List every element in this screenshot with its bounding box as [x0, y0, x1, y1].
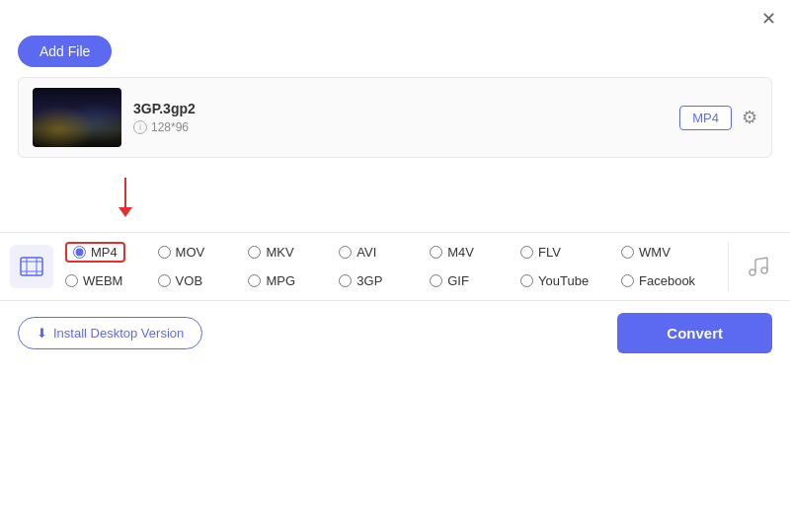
- format-grid: MP4 WEBM MOV VOB MKV MPG AVI: [57, 233, 720, 300]
- install-label: Install Desktop Version: [53, 326, 184, 341]
- label-webm: WEBM: [83, 273, 122, 288]
- label-mkv: MKV: [266, 245, 293, 260]
- radio-mkv[interactable]: [248, 246, 261, 259]
- label-facebook: Facebook: [639, 273, 695, 288]
- format-panel: MP4 WEBM MOV VOB MKV MPG AVI: [0, 232, 790, 300]
- label-3gp: 3GP: [356, 273, 382, 288]
- label-mov: MOV: [176, 245, 205, 260]
- label-flv: FLV: [538, 245, 561, 260]
- vertical-divider: [728, 242, 729, 291]
- install-desktop-button[interactable]: ⬇ Install Desktop Version: [18, 317, 202, 349]
- label-mp4: MP4: [91, 245, 118, 260]
- format-option-wmv[interactable]: WMV: [613, 239, 720, 266]
- music-icon: [745, 252, 772, 279]
- toolbar: Add File: [0, 32, 790, 77]
- title-bar: ✕: [0, 0, 790, 32]
- video-tab-button[interactable]: [10, 245, 53, 288]
- down-arrow: [118, 178, 132, 217]
- label-youtube: YouTube: [538, 273, 589, 288]
- action-bar: ⬇ Install Desktop Version Convert: [0, 300, 790, 365]
- file-actions: MP4 ⚙: [679, 106, 757, 130]
- label-vob: VOB: [176, 273, 202, 288]
- label-m4v: M4V: [447, 245, 474, 260]
- svg-line-9: [755, 258, 767, 260]
- radio-facebook[interactable]: [621, 274, 634, 287]
- svg-point-5: [750, 269, 755, 275]
- radio-avi[interactable]: [339, 246, 352, 259]
- radio-vob[interactable]: [158, 274, 171, 287]
- settings-button[interactable]: ⚙: [742, 107, 757, 128]
- format-option-avi[interactable]: AVI: [331, 239, 422, 266]
- format-option-mkv[interactable]: MKV: [240, 239, 331, 266]
- file-meta: i 128*96: [133, 120, 668, 134]
- add-file-button[interactable]: Add File: [18, 36, 112, 67]
- radio-gif[interactable]: [430, 274, 442, 287]
- music-tab-button[interactable]: [737, 244, 780, 290]
- radio-m4v[interactable]: [430, 246, 442, 259]
- label-wmv: WMV: [639, 245, 671, 260]
- radio-mp4[interactable]: [73, 246, 86, 259]
- format-option-youtube[interactable]: YouTube: [513, 267, 613, 294]
- radio-youtube[interactable]: [520, 274, 533, 287]
- svg-rect-0: [21, 258, 42, 275]
- download-icon: ⬇: [37, 326, 47, 341]
- video-icon: [18, 253, 45, 280]
- radio-3gp[interactable]: [339, 274, 352, 287]
- file-resolution: 128*96: [151, 120, 189, 134]
- arrow-area: [0, 158, 790, 222]
- format-option-mov[interactable]: MOV: [150, 239, 241, 266]
- format-option-vob[interactable]: VOB: [150, 267, 241, 294]
- format-option-3gp[interactable]: 3GP: [331, 267, 422, 294]
- svg-point-6: [761, 267, 767, 273]
- format-option-m4v[interactable]: M4V: [422, 239, 513, 266]
- radio-wmv[interactable]: [621, 246, 634, 259]
- format-option-gif[interactable]: GIF: [422, 267, 513, 294]
- format-badge-button[interactable]: MP4: [679, 106, 732, 130]
- selected-box: MP4: [65, 242, 125, 263]
- radio-mpg[interactable]: [248, 274, 261, 287]
- label-gif: GIF: [447, 273, 469, 288]
- file-thumbnail: [33, 88, 121, 147]
- convert-button[interactable]: Convert: [617, 313, 772, 353]
- close-button[interactable]: ✕: [761, 10, 776, 28]
- file-list-item: 3GP.3gp2 i 128*96 MP4 ⚙: [18, 77, 772, 158]
- radio-flv[interactable]: [520, 246, 533, 259]
- label-avi: AVI: [356, 245, 376, 260]
- info-icon: i: [133, 120, 147, 134]
- format-option-facebook[interactable]: Facebook: [613, 267, 720, 294]
- format-option-flv[interactable]: FLV: [513, 239, 613, 266]
- radio-mov[interactable]: [158, 246, 171, 259]
- format-option-mp4[interactable]: MP4: [57, 239, 150, 266]
- file-name: 3GP.3gp2: [133, 101, 668, 116]
- radio-webm[interactable]: [65, 274, 78, 287]
- file-info: 3GP.3gp2 i 128*96: [133, 101, 668, 134]
- format-option-webm[interactable]: WEBM: [57, 267, 150, 294]
- label-mpg: MPG: [266, 273, 295, 288]
- format-option-mpg[interactable]: MPG: [240, 267, 331, 294]
